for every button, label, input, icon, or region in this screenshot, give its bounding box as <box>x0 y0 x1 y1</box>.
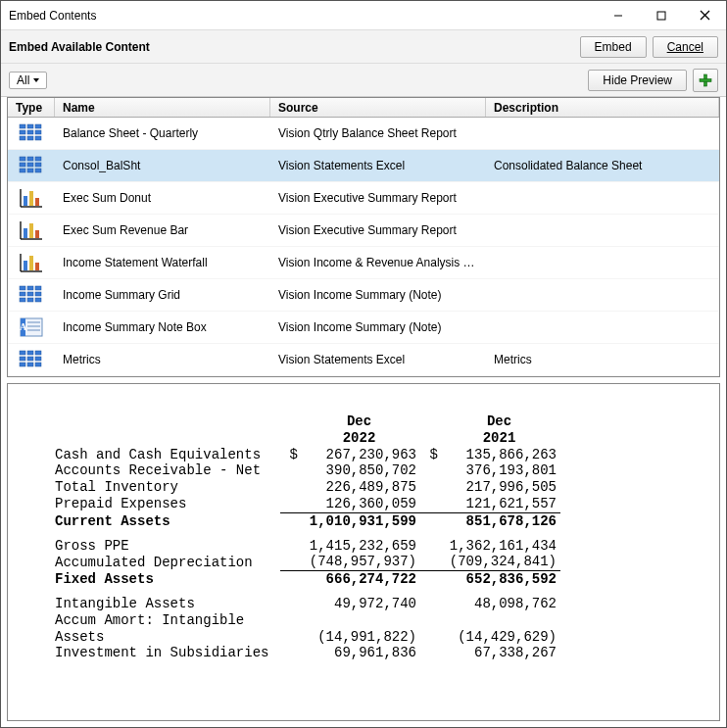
cell-type <box>8 121 55 145</box>
cell-name: Metrics <box>55 353 270 366</box>
close-button[interactable] <box>683 1 726 30</box>
filter-dropdown[interactable]: All <box>9 72 47 89</box>
minimize-button[interactable] <box>597 1 640 30</box>
embed-button[interactable]: Embed <box>580 36 647 58</box>
cell-name: Income Summary Note Box <box>55 320 270 334</box>
preview-pane[interactable]: DecDec20222021Cash and Cash Equivalents$… <box>7 383 720 721</box>
preview-content: DecDec20222021Cash and Cash Equivalents$… <box>8 384 719 671</box>
cell-name: Income Summary Grid <box>55 288 270 302</box>
note-icon <box>18 315 45 339</box>
cell-name: Consol_BalSht <box>55 159 270 172</box>
bar-chart-icon <box>18 186 45 210</box>
chevron-down-icon <box>31 75 41 85</box>
cell-source: Vision Income Summary (Note) <box>270 320 486 334</box>
cell-description: Consolidated Balance Sheet <box>486 159 719 172</box>
maximize-button[interactable] <box>640 1 683 30</box>
cell-description: Metrics <box>486 353 719 366</box>
cell-name: Exec Sum Revenue Bar <box>55 223 270 237</box>
cell-type <box>8 315 55 339</box>
grid-icon <box>18 348 45 371</box>
cancel-button[interactable]: Cancel <box>653 36 718 58</box>
table-row[interactable]: Exec Sum DonutVision Executive Summary R… <box>8 182 719 215</box>
table-row[interactable]: Balance Sheet - QuarterlyVision Qtrly Ba… <box>8 118 719 150</box>
cell-type <box>8 186 55 210</box>
add-button[interactable] <box>693 69 718 92</box>
cell-type <box>8 348 55 371</box>
cell-source: Vision Income & Revenue Analysis Report <box>270 256 486 269</box>
col-header-description[interactable]: Description <box>486 98 719 117</box>
col-header-name[interactable]: Name <box>55 98 270 117</box>
grid-icon <box>18 283 45 307</box>
cell-source: Vision Income Summary (Note) <box>270 288 486 302</box>
col-header-source[interactable]: Source <box>270 98 486 117</box>
cell-type <box>8 154 55 177</box>
cell-source: Vision Statements Excel <box>270 353 486 366</box>
cell-name: Income Statement Waterfall <box>55 256 270 269</box>
titlebar: Embed Contents <box>1 1 726 30</box>
toolbar-primary: Embed Available Content Embed Cancel <box>1 30 726 64</box>
svg-rect-5 <box>700 78 711 81</box>
grid-icon <box>18 154 45 177</box>
table-row[interactable]: Income Summary GridVision Income Summary… <box>8 279 719 312</box>
table-row[interactable]: Consol_BalShtVision Statements ExcelCons… <box>8 150 719 182</box>
hide-preview-button[interactable]: Hide Preview <box>588 70 687 91</box>
cell-type <box>8 251 55 274</box>
cell-type <box>8 218 55 242</box>
bar-chart-icon <box>18 218 45 242</box>
bar-chart-icon <box>18 251 45 274</box>
table-row[interactable]: Income Summary Note BoxVision Income Sum… <box>8 312 719 344</box>
cell-source: Vision Executive Summary Report <box>270 223 486 237</box>
embed-contents-dialog: Embed Contents Embed Available Content E… <box>0 0 727 728</box>
dialog-heading: Embed Available Content <box>9 40 574 54</box>
grid-body[interactable]: Balance Sheet - QuarterlyVision Qtrly Ba… <box>8 118 719 376</box>
plus-icon <box>699 73 712 87</box>
filter-label: All <box>17 73 29 87</box>
content-grid: Type Name Source Description Balance She… <box>7 97 720 377</box>
svg-rect-1 <box>657 12 665 20</box>
cell-name: Balance Sheet - Quarterly <box>55 126 270 140</box>
grid-icon <box>18 121 45 145</box>
table-row[interactable]: Exec Sum Revenue BarVision Executive Sum… <box>8 215 719 247</box>
window-title: Embed Contents <box>9 9 597 23</box>
grid-header: Type Name Source Description <box>8 98 719 118</box>
col-header-type[interactable]: Type <box>8 98 55 117</box>
cell-source: Vision Executive Summary Report <box>270 191 486 205</box>
cell-source: Vision Qtrly Balance Sheet Report <box>270 126 486 140</box>
cell-source: Vision Statements Excel <box>270 159 486 172</box>
cell-type <box>8 283 55 307</box>
cell-name: Exec Sum Donut <box>55 191 270 205</box>
toolbar-secondary: All Hide Preview <box>1 64 726 97</box>
table-row[interactable]: Income Statement WaterfallVision Income … <box>8 247 719 279</box>
table-row[interactable]: MetricsVision Statements ExcelMetrics <box>8 344 719 376</box>
